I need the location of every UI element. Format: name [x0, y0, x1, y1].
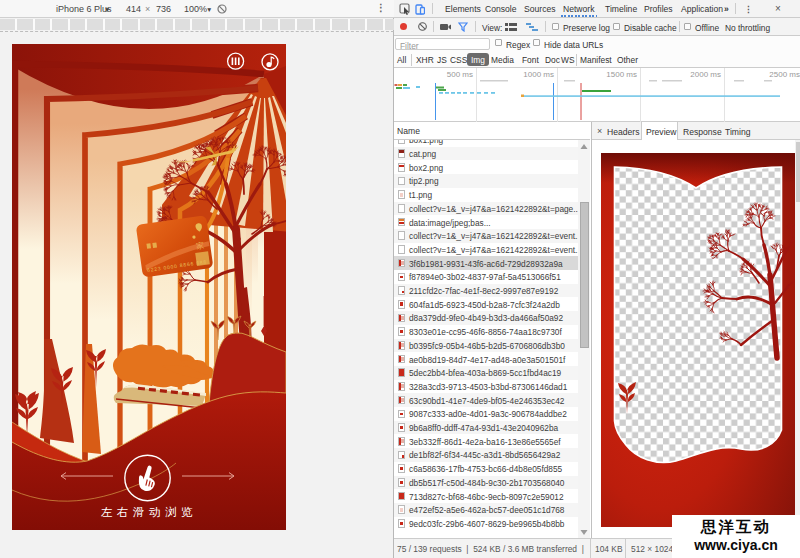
svg-text:左右滑动浏览: 左右滑动浏览: [101, 506, 197, 518]
svg-text:500 ms: 500 ms: [447, 70, 473, 79]
svg-text:2500 ms: 2500 ms: [769, 70, 800, 79]
svg-text:1000 ms: 1000 ms: [523, 70, 554, 79]
svg-text:2000 ms: 2000 ms: [690, 70, 721, 79]
svg-text:1500 ms: 1500 ms: [606, 70, 637, 79]
